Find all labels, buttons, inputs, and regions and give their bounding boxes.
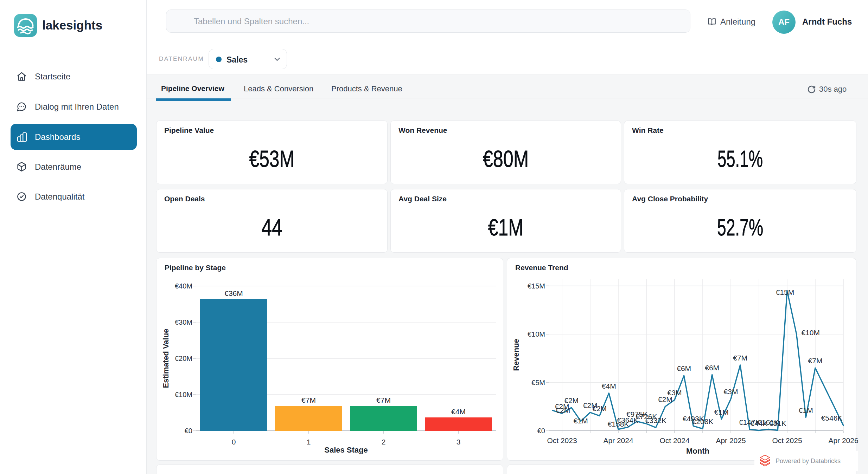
svg-text:€2M: €2M: [592, 404, 607, 413]
svg-text:€15M: €15M: [528, 282, 545, 290]
svg-text:€6M: €6M: [705, 364, 719, 372]
svg-text:€40M: €40M: [175, 282, 192, 290]
svg-text:Oct 2023: Oct 2023: [547, 436, 577, 444]
svg-text:€10M: €10M: [175, 391, 192, 398]
svg-text:€10M: €10M: [801, 329, 820, 337]
svg-text:0: 0: [232, 438, 236, 446]
svg-text:€0: €0: [537, 427, 545, 435]
svg-text:€7M: €7M: [733, 354, 747, 362]
svg-text:€3M: €3M: [668, 389, 682, 397]
svg-text:Oct 2024: Oct 2024: [659, 436, 690, 444]
svg-text:€7M: €7M: [376, 396, 391, 404]
svg-text:€15M: €15M: [776, 288, 794, 296]
svg-text:€1M: €1M: [574, 417, 588, 425]
svg-text:€332K: €332K: [645, 416, 666, 424]
svg-text:€1M: €1M: [714, 408, 729, 416]
svg-text:€0: €0: [185, 427, 192, 435]
svg-text:€51K: €51K: [769, 419, 786, 427]
svg-text:€20M: €20M: [175, 355, 192, 362]
svg-text:€36M: €36M: [224, 289, 243, 297]
svg-text:Oct 2025: Oct 2025: [772, 436, 802, 444]
svg-text:€208K: €208K: [692, 417, 714, 426]
svg-text:€4M: €4M: [451, 408, 466, 416]
svg-text:Apr 2026: Apr 2026: [828, 436, 858, 444]
svg-text:€30M: €30M: [175, 318, 192, 326]
svg-text:€1M: €1M: [799, 406, 813, 414]
svg-text:Apr 2025: Apr 2025: [716, 436, 746, 444]
svg-text:€4M: €4M: [602, 382, 616, 390]
svg-text:Sales Stage: Sales Stage: [324, 446, 368, 454]
svg-text:2: 2: [382, 438, 386, 446]
svg-text:€2M: €2M: [564, 396, 579, 404]
svg-text:€10M: €10M: [528, 330, 545, 338]
svg-text:€7M: €7M: [301, 396, 316, 404]
svg-text:Revenue: Revenue: [512, 339, 521, 371]
svg-text:Month: Month: [686, 447, 709, 455]
svg-text:Estimated Value: Estimated Value: [161, 329, 170, 388]
svg-text:Apr 2024: Apr 2024: [603, 436, 633, 444]
svg-text:€5M: €5M: [531, 379, 545, 387]
svg-text:3: 3: [457, 438, 461, 446]
svg-text:€6M: €6M: [677, 364, 691, 372]
svg-text:€7M: €7M: [808, 357, 823, 365]
svg-text:1: 1: [307, 438, 311, 446]
svg-text:€3M: €3M: [724, 388, 738, 396]
svg-text:€546K: €546K: [821, 414, 843, 422]
